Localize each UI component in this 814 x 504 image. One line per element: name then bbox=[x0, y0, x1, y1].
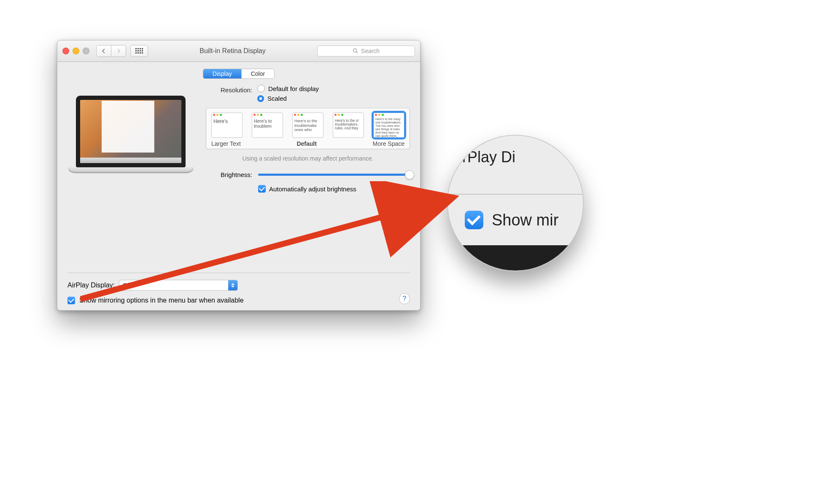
zoom-window-button[interactable] bbox=[83, 48, 89, 54]
close-window-button[interactable] bbox=[62, 48, 69, 54]
scaling-thumbnail-text: Here's bbox=[212, 118, 242, 137]
brightness-label: Brightness: bbox=[206, 171, 252, 178]
airplay-row: AirPlay Display: Off bbox=[67, 280, 410, 291]
scaling-thumbnail-text: Here's to the troublemake ones who bbox=[293, 118, 323, 137]
window-title: Built-in Retina Display bbox=[199, 47, 266, 55]
scaling-thumbnail-text: Here's to the crazy one troublemakers. T… bbox=[374, 117, 404, 138]
svg-rect-2 bbox=[140, 48, 141, 49]
scaling-thumbnail-text: Here's to troublem bbox=[252, 118, 283, 137]
minimize-window-button[interactable] bbox=[73, 48, 79, 54]
mirroring-label: Show mirroring options in the menu bar w… bbox=[79, 297, 244, 304]
search-icon bbox=[353, 48, 358, 54]
chevron-updown-icon bbox=[228, 280, 237, 290]
svg-rect-0 bbox=[135, 48, 137, 49]
airplay-popup[interactable]: Off bbox=[119, 280, 238, 291]
search-field[interactable]: Search bbox=[317, 46, 415, 56]
tab-color[interactable]: Color bbox=[241, 69, 274, 78]
auto-brightness-label: Automatically adjust brightness bbox=[269, 185, 356, 193]
show-all-prefs-button[interactable] bbox=[130, 45, 148, 57]
svg-rect-4 bbox=[135, 50, 137, 51]
svg-rect-3 bbox=[142, 48, 143, 49]
resolution-row: Resolution: Default for display Scaled bbox=[206, 84, 410, 103]
svg-rect-9 bbox=[137, 52, 139, 54]
radio-icon bbox=[257, 85, 265, 92]
window-footer: AirPlay Display: Off Show mirroring opti… bbox=[67, 273, 410, 304]
tab-segment: Display Color bbox=[203, 69, 275, 79]
display-preview bbox=[67, 84, 194, 173]
magnifier-top-text: irPlay Di bbox=[448, 136, 583, 195]
window-traffic-lights bbox=[62, 48, 89, 54]
svg-rect-5 bbox=[137, 50, 139, 51]
magnifier-bottom-band bbox=[448, 245, 583, 271]
airplay-label: AirPlay Display: bbox=[67, 281, 115, 289]
magnifier-mid-text: Show mir bbox=[492, 211, 558, 229]
scaling-thumbnail[interactable]: Here's to troublem bbox=[252, 113, 283, 138]
scale-more-space-label: More Space bbox=[373, 140, 404, 147]
search-placeholder: Search bbox=[361, 48, 380, 54]
scaling-note: Using a scaled resolution may affect per… bbox=[206, 155, 410, 162]
window-content: Display Color Resolution: bbox=[57, 62, 420, 310]
magnifier-callout: irPlay Di Show mir bbox=[447, 135, 584, 271]
scaling-thumbnail[interactable]: Here's bbox=[211, 113, 243, 138]
brightness-slider[interactable] bbox=[258, 174, 410, 176]
svg-rect-7 bbox=[142, 50, 143, 51]
resolution-default-option[interactable]: Default for display bbox=[257, 85, 319, 92]
radio-label: Scaled bbox=[267, 95, 287, 102]
svg-point-12 bbox=[353, 49, 357, 52]
svg-rect-10 bbox=[140, 52, 141, 54]
svg-line-13 bbox=[356, 52, 358, 54]
scale-default-label: Default bbox=[296, 140, 316, 147]
back-button[interactable] bbox=[96, 45, 111, 57]
window-titlebar: Built-in Retina Display Search bbox=[57, 40, 420, 62]
checkbox-icon bbox=[258, 185, 266, 193]
radio-icon bbox=[257, 95, 264, 102]
svg-rect-8 bbox=[135, 52, 137, 54]
scaling-options: Here'sHere's to troublemHere's to the tr… bbox=[206, 108, 410, 149]
resolution-scaled-option[interactable]: Scaled bbox=[257, 95, 319, 102]
svg-rect-6 bbox=[140, 50, 141, 51]
scaling-thumbnail[interactable]: Here's to the crazy one troublemakers. T… bbox=[373, 113, 404, 138]
checkbox-icon bbox=[465, 211, 483, 229]
scale-larger-text-label: Larger Text bbox=[211, 140, 241, 147]
divider bbox=[67, 273, 410, 273]
checkbox-icon bbox=[67, 297, 75, 304]
scaling-thumbnail[interactable]: Here's to the cr troublemakers. rules. A… bbox=[333, 113, 364, 138]
tab-display[interactable]: Display bbox=[203, 69, 241, 78]
svg-rect-1 bbox=[137, 48, 139, 49]
svg-rect-11 bbox=[142, 52, 143, 54]
auto-brightness-option[interactable]: Automatically adjust brightness bbox=[258, 185, 410, 193]
airplay-value: Off bbox=[119, 282, 228, 289]
scaling-thumbnail-text: Here's to the cr troublemakers. rules. A… bbox=[333, 118, 364, 137]
forward-button[interactable] bbox=[111, 45, 126, 57]
show-mirroring-option[interactable]: Show mirroring options in the menu bar w… bbox=[67, 297, 410, 304]
radio-label: Default for display bbox=[268, 85, 319, 92]
resolution-label: Resolution: bbox=[206, 86, 252, 94]
brightness-row: Brightness: bbox=[206, 171, 410, 178]
help-button[interactable]: ? bbox=[399, 293, 410, 304]
system-preferences-window: Built-in Retina Display Search Display C… bbox=[57, 40, 420, 311]
scaling-thumbnail[interactable]: Here's to the troublemake ones who bbox=[292, 113, 323, 138]
